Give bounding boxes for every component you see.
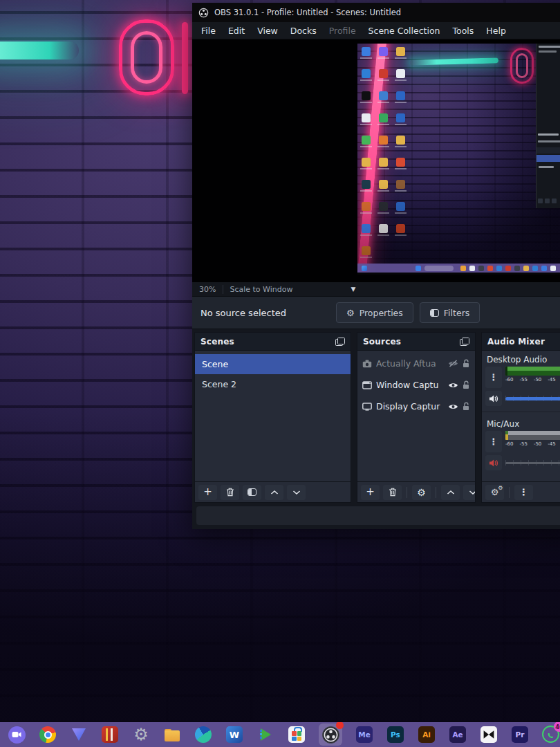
source-label: Display Captur — [376, 401, 444, 412]
capture-tray-icon — [496, 266, 502, 271]
scenes-header[interactable]: Scenes — [195, 333, 351, 351]
volume-slider[interactable] — [505, 458, 560, 468]
capture-shade — [357, 44, 560, 275]
library-icon[interactable] — [101, 726, 119, 744]
capcut-icon[interactable] — [480, 726, 498, 744]
capture-windows-taskbar — [357, 264, 560, 273]
filters-label: Filters — [444, 308, 469, 318]
photoshop-icon[interactable]: Ps — [386, 726, 404, 744]
capture-search-pill — [424, 266, 454, 271]
edge-icon[interactable] — [194, 726, 212, 744]
gear-icon: ⚙ — [346, 308, 355, 317]
mute-button-muted[interactable] — [485, 455, 502, 470]
remove-source-button[interactable] — [383, 485, 402, 500]
move-source-up-button[interactable] — [441, 485, 460, 500]
volume-slider[interactable] — [505, 394, 560, 403]
whatsapp-icon[interactable]: 46 — [542, 726, 560, 744]
menu-docks[interactable]: Docks — [284, 23, 323, 39]
scene-item[interactable]: Scene — [195, 354, 351, 374]
menu-profile[interactable]: Profile — [323, 23, 362, 39]
chrome-icon[interactable] — [39, 726, 57, 744]
word-icon[interactable]: W — [225, 726, 243, 744]
move-scene-up-button[interactable] — [265, 485, 283, 500]
source-item[interactable]: Actually Aftua — [357, 353, 475, 374]
illustrator-icon[interactable]: Ai — [418, 726, 436, 744]
capture-widgets-icon — [362, 266, 367, 271]
capture-tray-icon — [469, 266, 475, 271]
add-scene-button[interactable]: + — [198, 485, 217, 500]
visibility-eye-icon[interactable] — [448, 382, 458, 389]
scenes-toolbar: + — [195, 481, 351, 502]
menu-scene-collection[interactable]: Scene Collection — [362, 23, 447, 39]
popout-icon[interactable] — [335, 338, 345, 346]
preview-canvas[interactable] — [192, 39, 560, 282]
mute-button[interactable] — [485, 391, 502, 406]
add-source-button[interactable]: + — [361, 485, 380, 500]
menu-edit[interactable]: Edit — [222, 23, 251, 39]
video-call-icon[interactable] — [8, 726, 26, 744]
media-encoder-icon[interactable]: Me — [355, 726, 373, 744]
capture-tray-icon — [487, 266, 493, 271]
source-item[interactable]: Display Captur — [357, 396, 475, 417]
window-icon — [362, 381, 372, 389]
chevron-down-icon[interactable]: ▼ — [351, 286, 355, 293]
divider — [509, 487, 510, 498]
display-capture-preview[interactable] — [357, 44, 560, 275]
taskbar: ⚙ W Me Ps Ai Ae Pr 46 — [0, 722, 560, 747]
visibility-eye-slash-icon[interactable] — [448, 360, 458, 367]
settings-gear-icon[interactable]: ⚙ — [132, 726, 150, 744]
channel-menu-button[interactable]: ⋮ — [485, 431, 502, 452]
move-scene-down-button[interactable] — [287, 485, 306, 500]
source-properties-button[interactable]: ⚙ — [412, 485, 431, 500]
scenes-title: Scenes — [200, 337, 234, 347]
capture-tray-icon — [460, 266, 466, 271]
after-effects-icon[interactable]: Ae — [449, 726, 467, 744]
audio-mixer-header[interactable]: Audio Mixer — [482, 333, 560, 351]
capture-recursive-obs-window — [536, 44, 560, 208]
filters-button[interactable]: Filters — [420, 302, 480, 323]
remove-scene-button[interactable] — [221, 485, 239, 500]
mixer-menu-button[interactable]: ⋮ — [514, 485, 533, 500]
scale-mode-select[interactable]: Scale to Window — [223, 285, 299, 294]
capture-tray-icon — [514, 266, 520, 271]
status-bar — [196, 506, 560, 525]
window-title: OBS 31.0.1 - Profile: Untitled - Scenes:… — [214, 8, 401, 17]
obs-logo-icon — [198, 8, 209, 18]
sources-list: Actually AftuaWindow CaptuDisplay Captur — [357, 351, 475, 481]
premiere-icon[interactable]: Pr — [511, 726, 529, 744]
visibility-eye-icon[interactable] — [448, 403, 458, 410]
scene-filters-button[interactable] — [243, 485, 261, 500]
file-explorer-icon[interactable] — [163, 726, 181, 744]
popout-icon[interactable] — [460, 338, 469, 346]
mixer-channel: Desktop Audio⋮-60-55-50-45-40 — [482, 351, 560, 409]
media-play-icon[interactable] — [256, 726, 274, 744]
menu-file[interactable]: File — [195, 23, 222, 39]
menu-view[interactable]: View — [251, 23, 284, 39]
whatsapp-badge: 46 — [554, 722, 560, 732]
source-item[interactable]: Window Captu — [357, 374, 475, 396]
scene-item[interactable]: Scene 2 — [195, 374, 351, 394]
lock-icon[interactable] — [463, 359, 470, 368]
properties-button[interactable]: ⚙ Properties — [336, 302, 413, 323]
obs-notification-dot — [336, 722, 344, 729]
menu-tools[interactable]: Tools — [447, 23, 480, 39]
filters-icon — [430, 309, 439, 317]
scenes-panel: Scenes SceneScene 2 + — [194, 332, 351, 503]
source-label: Window Captu — [376, 380, 444, 390]
dock-panels: Scenes SceneScene 2 + Sources Actually A… — [192, 329, 560, 504]
triangle-app-icon[interactable] — [70, 726, 88, 744]
lock-icon[interactable] — [463, 380, 470, 389]
ms-store-icon[interactable] — [288, 726, 306, 744]
channel-menu-button[interactable]: ⋮ — [485, 367, 502, 388]
move-source-down-button[interactable] — [463, 485, 476, 500]
obs-icon[interactable] — [319, 723, 342, 746]
audio-mixer-body: Desktop Audio⋮-60-55-50-45-40Mic/Aux⋮-60… — [482, 351, 560, 481]
lock-icon[interactable] — [463, 402, 470, 411]
scenes-list: SceneScene 2 — [195, 351, 351, 481]
advanced-audio-button[interactable]: ⚙ — [485, 485, 504, 500]
title-bar[interactable]: OBS 31.0.1 - Profile: Untitled - Scenes:… — [192, 3, 560, 22]
capture-tray-icon — [550, 266, 556, 271]
menu-bar: FileEditViewDocksProfileScene Collection… — [192, 22, 560, 39]
sources-header[interactable]: Sources — [357, 333, 475, 351]
menu-help[interactable]: Help — [480, 23, 512, 39]
